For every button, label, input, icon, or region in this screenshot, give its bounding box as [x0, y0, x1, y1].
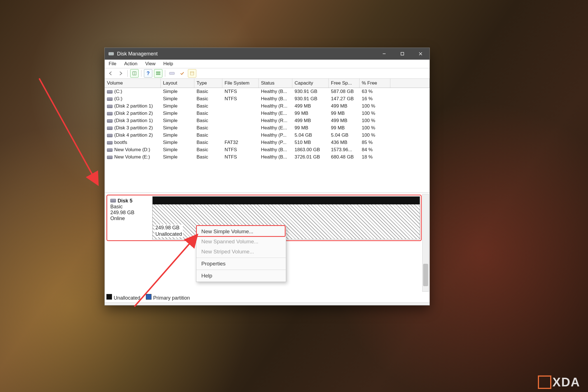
menu-bar: File Action View Help — [105, 60, 430, 68]
col-pctfree[interactable]: % Free — [360, 79, 390, 88]
ctx-new-spanned-volume: New Spanned Volume... — [196, 237, 286, 247]
menu-help[interactable]: Help — [159, 60, 177, 68]
graphical-scrollbar[interactable] — [422, 194, 429, 292]
scrollbar-thumb[interactable] — [423, 264, 428, 286]
desktop-background: Disk Management File Action View Help — [0, 0, 588, 392]
legend-primary: Primary partition — [146, 294, 190, 301]
svg-rect-0 — [109, 52, 114, 55]
svg-rect-2 — [109, 54, 113, 55]
close-button[interactable] — [411, 48, 430, 60]
volume-icon — [107, 141, 113, 144]
action-check-button[interactable] — [178, 69, 186, 78]
legend-bar: Unallocated Primary partition — [106, 293, 428, 301]
volume-icon — [107, 105, 113, 108]
refresh-button[interactable] — [130, 69, 139, 78]
drive-button[interactable] — [168, 69, 176, 78]
app-icon — [108, 51, 114, 57]
window-title: Disk Management — [117, 51, 158, 57]
volume-icon — [107, 97, 113, 101]
volume-list-button[interactable] — [154, 69, 162, 78]
svg-rect-4 — [401, 52, 404, 55]
minimize-button[interactable] — [375, 48, 393, 60]
col-volume[interactable]: Volume — [105, 79, 161, 88]
swatch-unallocated-icon — [106, 294, 112, 300]
table-row[interactable]: (Disk 3 partition 2)SimpleBasicHealthy (… — [105, 124, 430, 132]
volume-icon — [107, 112, 113, 115]
unallocated-region[interactable]: 249.98 GB Unallocated — [153, 204, 420, 239]
volume-list-header: Volume Layout Type File System Status Ca… — [105, 79, 430, 88]
disk-header-bar — [153, 197, 420, 204]
volume-icon — [107, 90, 113, 94]
forward-button[interactable] — [116, 69, 125, 78]
table-row[interactable]: (Disk 2 partition 1)SimpleBasicHealthy (… — [105, 102, 430, 110]
volume-icon — [107, 134, 113, 137]
maximize-button[interactable] — [393, 48, 411, 60]
table-row[interactable]: New Volume (D:)SimpleBasicNTFSHealthy (B… — [105, 146, 430, 153]
table-row[interactable]: (Disk 4 partition 2)SimpleBasicHealthy (… — [105, 132, 430, 139]
col-capacity[interactable]: Capacity — [292, 79, 329, 88]
table-row[interactable]: New Volume (E:)SimpleBasicNTFSHealthy (B… — [105, 153, 430, 161]
volume-icon — [107, 148, 113, 152]
help-button[interactable]: ? — [144, 69, 152, 78]
status-bar — [105, 302, 430, 305]
table-row[interactable]: (Disk 3 partition 1)SimpleBasicHealthy (… — [105, 117, 430, 124]
swatch-primary-icon — [146, 294, 151, 300]
context-menu: New Simple Volume... New Spanned Volume.… — [196, 225, 286, 282]
disk-icon — [110, 199, 116, 202]
legend-unallocated: Unallocated — [106, 294, 140, 301]
watermark: XDA — [538, 375, 580, 389]
disk-status: Online — [110, 216, 150, 221]
menu-file[interactable]: File — [105, 60, 120, 68]
table-row[interactable]: (Disk 2 partition 2)SimpleBasicHealthy (… — [105, 110, 430, 117]
unallocated-label: 249.98 GB Unallocated — [155, 225, 183, 237]
disk-5-meta[interactable]: Disk 5 Basic 249.98 GB Online — [108, 196, 152, 239]
ctx-help[interactable]: Help — [196, 271, 286, 281]
ctx-separator — [196, 270, 286, 270]
svg-rect-12 — [190, 72, 194, 75]
back-button[interactable] — [106, 69, 115, 78]
volume-icon — [107, 156, 113, 159]
svg-rect-1 — [109, 53, 113, 53]
table-row[interactable]: (G:)SimpleBasicNTFSHealthy (B...930.91 G… — [105, 95, 430, 102]
properties-button[interactable] — [188, 69, 196, 78]
disk-name: Disk 5 — [118, 198, 132, 204]
col-filesystem[interactable]: File System — [222, 79, 259, 88]
ctx-separator — [196, 258, 286, 258]
ctx-properties[interactable]: Properties — [196, 259, 286, 269]
disk-5-graph: 249.98 GB Unallocated — [152, 196, 420, 239]
svg-rect-10 — [156, 74, 160, 75]
volume-icon — [107, 119, 113, 123]
col-layout[interactable]: Layout — [161, 79, 194, 88]
svg-rect-9 — [156, 72, 160, 73]
disk-capacity: 249.98 GB — [110, 210, 150, 216]
col-freespace[interactable]: Free Sp... — [329, 79, 360, 88]
col-type[interactable]: Type — [194, 79, 222, 88]
menu-view[interactable]: View — [141, 60, 160, 68]
toolbar: ? — [105, 68, 430, 79]
ctx-new-striped-volume: New Striped Volume... — [196, 247, 286, 257]
menu-action[interactable]: Action — [120, 60, 141, 68]
annotation-arrow-1 — [34, 73, 106, 190]
ctx-new-simple-volume[interactable]: New Simple Volume... — [196, 227, 286, 237]
svg-line-14 — [39, 78, 98, 185]
disk-type: Basic — [110, 204, 150, 210]
titlebar[interactable]: Disk Management — [105, 48, 430, 60]
col-status[interactable]: Status — [259, 79, 292, 88]
table-row[interactable]: (C:)SimpleBasicNTFSHealthy (B...930.91 G… — [105, 88, 430, 95]
table-row[interactable]: bootfsSimpleBasicFAT32Healthy (P...510 M… — [105, 139, 430, 146]
volume-list[interactable]: (C:)SimpleBasicNTFSHealthy (B...930.91 G… — [105, 88, 430, 193]
volume-icon — [107, 127, 113, 130]
watermark-icon — [538, 375, 551, 389]
svg-rect-11 — [169, 72, 174, 74]
